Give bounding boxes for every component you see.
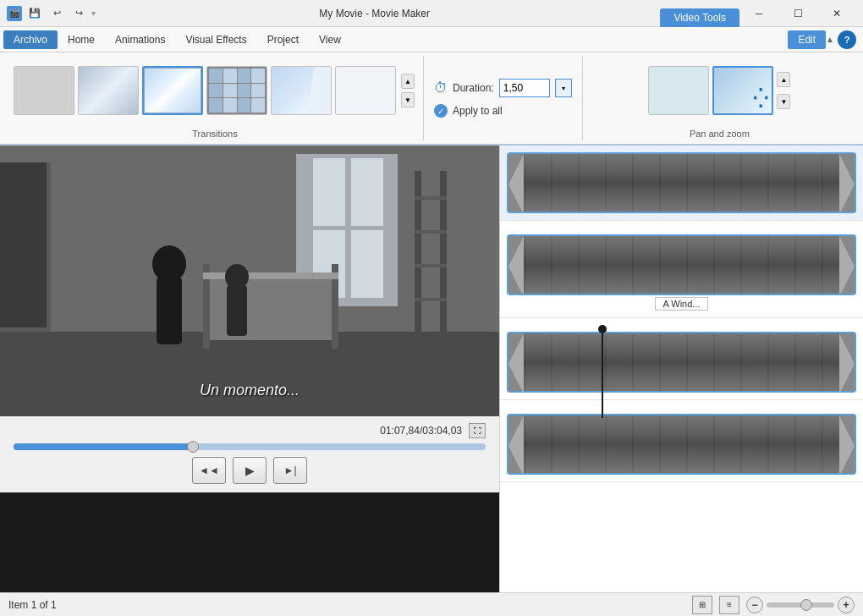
app-icon: 🎬 <box>7 6 22 21</box>
clip-film-texture-3 <box>524 333 839 391</box>
clip-right-notch-3 <box>839 333 855 394</box>
video-tools-tab[interactable]: Video Tools <box>660 8 739 27</box>
menu-project[interactable]: Project <box>257 30 309 49</box>
clip-label-2: A Wind... <box>507 297 856 311</box>
svg-rect-4 <box>313 158 345 226</box>
gap-3 <box>500 400 863 407</box>
svg-rect-8 <box>203 272 338 340</box>
menu-animations[interactable]: Animations <box>105 30 175 49</box>
menu-right: ▲ ? <box>826 30 860 49</box>
video-preview: Un momento... <box>0 146 499 416</box>
progress-thumb[interactable] <box>187 441 199 453</box>
transition-tiles[interactable] <box>206 66 267 115</box>
ribbon-collapse-arrow[interactable]: ▲ <box>826 35 834 44</box>
transitions-section: ▲ ▼ Transitions <box>7 56 424 140</box>
status-bar: Item 1 of 1 ⊞ ≡ − + <box>0 592 863 616</box>
panzoom-scroll-up[interactable]: ▲ <box>777 72 790 87</box>
gap-2 <box>500 318 863 325</box>
panzoom-label: Pan and zoom <box>690 125 750 140</box>
close-button[interactable]: ✕ <box>817 0 856 27</box>
zoom-controls: − + <box>746 597 855 613</box>
scroll-up-arrow[interactable]: ▲ <box>401 74 415 89</box>
clip-right-notch-4 <box>839 415 855 475</box>
svg-rect-17 <box>0 162 47 327</box>
zoom-slider[interactable] <box>767 602 834 608</box>
window-controls: ─ ☐ ✕ <box>739 0 856 27</box>
progress-bar[interactable] <box>14 443 486 450</box>
ribbon: ▲ ▼ Transitions ⏱ Duration: 1,50 ▾ Apply… <box>0 52 863 146</box>
menu-home[interactable]: Home <box>58 30 105 49</box>
view-storyboard-button[interactable]: ⊞ <box>692 596 712 614</box>
timeline-item-1[interactable] <box>500 146 863 221</box>
item-count: Item 1 of 1 <box>8 599 57 611</box>
menu-visual-effects[interactable]: Visual Effects <box>175 30 256 49</box>
transition-diagonal[interactable] <box>78 66 139 115</box>
svg-rect-2 <box>0 332 499 416</box>
playhead-head <box>598 325 607 333</box>
svg-rect-23 <box>415 298 447 301</box>
redo-button[interactable]: ↪ <box>69 4 88 23</box>
main-content: Un momento... 01:07,84/03:04,03 ⛶ ◄◄ ▶ ►… <box>0 146 863 592</box>
clip-film-texture-4 <box>524 415 839 473</box>
transition-empty[interactable] <box>335 66 396 115</box>
panzoom-blank-preview <box>649 67 708 114</box>
zoom-out-button[interactable]: − <box>746 597 763 613</box>
save-button[interactable]: 💾 <box>25 4 44 23</box>
scroll-down-arrow[interactable]: ▼ <box>401 92 415 107</box>
transition-selected[interactable] <box>142 66 203 115</box>
svg-rect-13 <box>157 277 182 344</box>
clip-film-1 <box>524 154 839 212</box>
transition-diagonal-preview <box>79 67 138 114</box>
svg-rect-7 <box>351 230 383 298</box>
clip-right-notch-2 <box>839 236 855 295</box>
help-button[interactable]: ? <box>838 30 856 49</box>
status-right: ⊞ ≡ − + <box>692 596 855 614</box>
menu-view[interactable]: View <box>309 30 351 49</box>
app-icon-group: 🎬 <box>7 6 22 21</box>
duration-row: ⏱ Duration: 1,50 ▾ <box>434 79 572 97</box>
fullscreen-button[interactable]: ⛶ <box>469 423 486 438</box>
timeline-item-3[interactable] <box>500 325 863 400</box>
duration-dropdown[interactable]: ▾ <box>555 79 572 97</box>
duration-input[interactable]: 1,50 <box>499 79 550 97</box>
zoom-thumb[interactable] <box>800 599 812 611</box>
play-button[interactable]: ▶ <box>233 457 267 484</box>
clip-right-notch-1 <box>839 154 855 213</box>
video-subtitle: Un momento... <box>200 382 300 399</box>
undo-button[interactable]: ↩ <box>47 4 66 23</box>
transition-scroll: ▲ ▼ <box>399 72 416 109</box>
forward-button[interactable]: ►| <box>273 457 307 484</box>
timeline-item-2[interactable]: A Wind... <box>500 228 863 318</box>
panzoom-scroll-down[interactable]: ▼ <box>777 94 790 109</box>
svg-rect-15 <box>227 285 247 336</box>
window-title: My Movie - Movie Maker <box>96 8 653 19</box>
minimize-button[interactable]: ─ <box>739 0 778 27</box>
time-row: 01:07,84/03:04,03 ⛶ <box>14 421 486 440</box>
timeline-scroll[interactable]: A Wind... <box>500 146 863 592</box>
svg-rect-5 <box>351 158 383 226</box>
clip-film-texture-1 <box>524 154 839 212</box>
panzoom-active-preview: ⁛ <box>714 68 772 113</box>
transition-none[interactable] <box>14 66 74 115</box>
apply-row[interactable]: Apply to all <box>434 104 572 118</box>
panzoom-dots-icon: ⁛ <box>753 88 768 110</box>
view-timeline-button[interactable]: ≡ <box>719 596 739 614</box>
clip-left-notch-2 <box>508 236 524 295</box>
menu-edit[interactable]: Edit <box>788 30 826 49</box>
timeline-panel: A Wind... <box>499 146 863 592</box>
rewind-button[interactable]: ◄◄ <box>192 457 226 484</box>
panzoom-item-selected[interactable]: ⁛ <box>712 66 773 115</box>
video-frame <box>0 146 499 416</box>
duration-icon: ⏱ <box>434 80 448 96</box>
clip-film-2 <box>524 236 839 294</box>
panzoom-item-1[interactable] <box>648 66 709 115</box>
transition-wipe[interactable] <box>271 66 332 115</box>
menu-archivo[interactable]: Archivo <box>3 30 58 49</box>
timeline-item-4[interactable] <box>500 407 863 482</box>
video-controls-area: 01:07,84/03:04,03 ⛶ ◄◄ ▶ ►| <box>0 416 499 492</box>
restore-button[interactable]: ☐ <box>778 0 817 27</box>
title-bar: 🎬 💾 ↩ ↪ ▾ My Movie - Movie Maker Video T… <box>0 0 863 27</box>
clip-left-notch-3 <box>508 333 524 394</box>
zoom-in-button[interactable]: + <box>838 597 855 613</box>
svg-rect-20 <box>415 196 447 200</box>
